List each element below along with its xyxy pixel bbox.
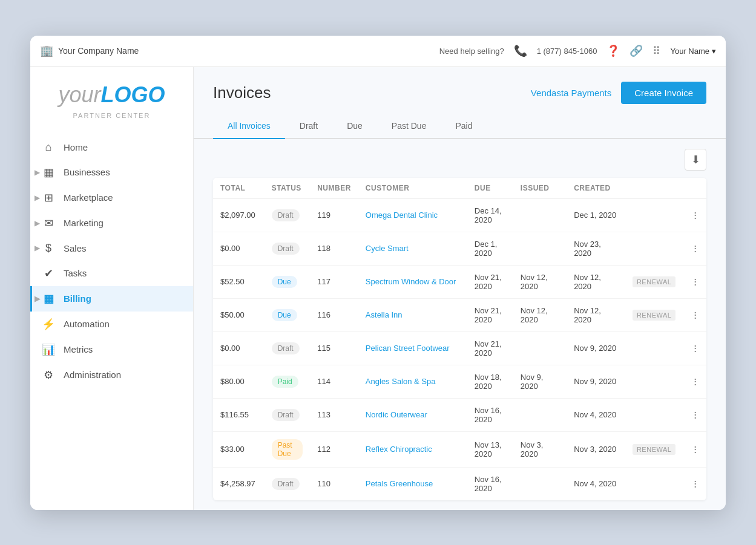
create-invoice-button[interactable]: Create Invoice [621,82,706,104]
row-menu-8[interactable]: ⋮ [684,467,706,500]
cell-issued-5: Nov 9, 2020 [513,365,567,398]
customer-link-6[interactable]: Nordic Outerwear [366,410,427,419]
sidebar-item-administration[interactable]: ⚙Administration [30,362,193,388]
cell-renewal-7: RENEWAL [625,431,684,467]
cell-renewal-0 [625,198,684,232]
phone-icon[interactable]: 📞 [514,44,527,57]
administration-icon: ⚙ [42,368,55,382]
cell-issued-2: Nov 12, 2020 [513,265,567,298]
cell-due-3: Nov 21, 2020 [467,298,513,331]
sidebar-label-tasks: Tasks [64,268,87,278]
sidebar-label-marketplace: Marketplace [64,192,113,203]
download-button[interactable]: ⬇ [685,149,706,171]
customer-link-1[interactable]: Cycle Smart [366,244,409,253]
sidebar-nav: ⌂Home▶▦Businesses▶⊞Marketplace▶✉Marketin… [30,135,193,498]
cell-renewal-2: RENEWAL [625,265,684,298]
nav-arrow-businesses: ▶ [35,168,40,177]
tab-all[interactable]: All Invoices [213,114,285,139]
link-icon[interactable]: 🔗 [629,44,643,57]
sidebar-item-home[interactable]: ⌂Home [30,135,193,160]
cell-status-0: Draft [265,198,311,232]
cell-issued-4 [513,331,567,365]
sidebar-item-marketing[interactable]: ▶✉Marketing [30,210,193,236]
row-menu-1[interactable]: ⋮ [684,232,706,265]
status-badge-3: Due [272,309,297,321]
cell-status-1: Draft [265,232,311,265]
sidebar-label-billing: Billing [64,293,91,304]
customer-link-3[interactable]: Astella Inn [366,310,403,319]
table-row: $116.55Draft113Nordic OuterwearNov 16, 2… [213,398,706,431]
help-text: Need help selling? [439,47,504,56]
customer-link-7[interactable]: Reflex Chiropractic [366,445,432,454]
invoices-table: Total Status Number Customer Due Issued … [213,178,706,500]
row-menu-4[interactable]: ⋮ [684,331,706,365]
sidebar-item-tasks[interactable]: ✔Tasks [30,261,193,286]
row-menu-2[interactable]: ⋮ [684,265,706,298]
cell-status-5: Paid [265,365,311,398]
home-icon: ⌂ [42,141,55,154]
customer-link-8[interactable]: Petals Greenhouse [366,479,433,488]
cell-renewal-4 [625,331,684,365]
topbar: 🏢 Your Company Name Need help selling? 📞… [30,36,726,67]
table-row: $50.00Due116Astella InnNov 21, 2020Nov 1… [213,298,706,331]
sidebar-item-metrics[interactable]: 📊Metrics [30,337,193,362]
cell-created-6: Nov 4, 2020 [567,398,625,431]
cell-customer-3: Astella Inn [358,298,467,331]
cell-issued-1 [513,232,567,265]
sidebar-label-marketing: Marketing [64,218,104,228]
row-menu-3[interactable]: ⋮ [684,298,706,331]
logo-logo: LOGO [101,82,165,107]
row-menu-5[interactable]: ⋮ [684,365,706,398]
apps-icon[interactable]: ⠿ [652,44,660,57]
tasks-icon: ✔ [42,267,55,280]
table-row: $4,258.97Draft110Petals GreenhouseNov 16… [213,467,706,500]
cell-status-4: Draft [265,331,311,365]
row-menu-7[interactable]: ⋮ [684,431,706,467]
page-title: Invoices [213,83,271,102]
customer-link-0[interactable]: Omega Dental Clinic [366,210,438,220]
nav-arrow-sales: ▶ [35,244,40,252]
user-dropdown-icon: ▾ [712,47,716,56]
tab-due[interactable]: Due [332,114,377,139]
cell-status-2: Due [265,265,311,298]
businesses-icon: ▦ [42,166,55,179]
tab-draft[interactable]: Draft [285,114,332,139]
user-menu[interactable]: Your Name ▾ [670,47,716,56]
cell-due-4: Nov 21, 2020 [467,331,513,365]
customer-link-5[interactable]: Angles Salon & Spa [366,377,436,386]
cell-created-7: Nov 3, 2020 [567,431,625,467]
cell-due-0: Dec 14, 2020 [467,198,513,232]
sidebar-item-billing[interactable]: ▶▦Billing [30,286,193,312]
table-header: Total Status Number Customer Due Issued … [213,178,706,199]
row-menu-6[interactable]: ⋮ [684,398,706,431]
cell-total-1: $0.00 [213,232,265,265]
cell-total-2: $52.50 [213,265,265,298]
status-badge-4: Draft [272,342,300,354]
cell-customer-6: Nordic Outerwear [358,398,467,431]
col-header-number: Number [310,178,358,199]
user-name: Your Name [670,47,709,56]
cell-due-5: Nov 18, 2020 [467,365,513,398]
sidebar-item-sales[interactable]: ▶$Sales [30,236,193,261]
sidebar-item-businesses[interactable]: ▶▦Businesses [30,160,193,185]
customer-link-2[interactable]: Spectrum Window & Door [366,277,456,286]
cell-issued-8 [513,467,567,500]
tab-past_due[interactable]: Past Due [377,114,441,139]
cell-number-1: 118 [310,232,358,265]
help-icon[interactable]: ❓ [606,44,620,57]
cell-created-2: Nov 12, 2020 [567,265,625,298]
sidebar-item-marketplace[interactable]: ▶⊞Marketplace [30,185,193,210]
cell-issued-3: Nov 12, 2020 [513,298,567,331]
vendasta-payments-link[interactable]: Vendasta Payments [531,88,611,98]
row-menu-0[interactable]: ⋮ [684,198,706,232]
cell-customer-8: Petals Greenhouse [358,467,467,500]
status-badge-2: Due [272,276,297,288]
sidebar-item-automation[interactable]: ⚡Automation [30,312,193,337]
customer-link-4[interactable]: Pelican Street Footwear [366,344,450,353]
table-toolbar: ⬇ [213,149,706,171]
tab-paid[interactable]: Paid [441,114,487,139]
marketplace-icon: ⊞ [42,191,55,204]
tabs-bar: All InvoicesDraftDuePast DuePaid [194,114,726,139]
main-layout: yourLOGO PARTNER CENTER ⌂Home▶▦Businesse… [30,67,726,510]
cell-customer-4: Pelican Street Footwear [358,331,467,365]
